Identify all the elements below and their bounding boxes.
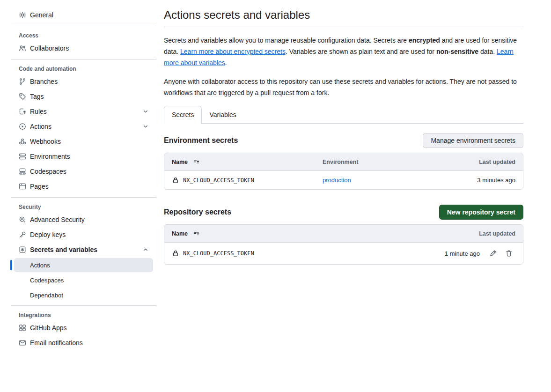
sidebar-item-github-apps[interactable]: GitHub Apps xyxy=(11,320,156,335)
last-updated-cell: 1 minute ago xyxy=(445,250,480,257)
column-header-label: Name xyxy=(172,159,188,165)
lock-icon xyxy=(172,177,179,184)
sidebar-item-pages[interactable]: Pages xyxy=(11,179,156,194)
sidebar-section-code-automation: Code and automation xyxy=(11,63,156,74)
sidebar-subitem-codespaces[interactable]: Codespaces xyxy=(14,273,153,287)
people-icon xyxy=(19,44,26,52)
pencil-icon xyxy=(489,250,497,257)
sidebar-item-codespaces[interactable]: Codespaces xyxy=(11,164,156,179)
intro-text: Secrets and variables allow you to manag… xyxy=(164,35,523,98)
edit-secret-button[interactable] xyxy=(486,247,500,259)
intro-paragraph-2: Anyone with collaborator access to this … xyxy=(164,76,523,98)
environment-secrets-table: Name Environment Last updated NX_CLOUD_A… xyxy=(164,153,523,190)
play-icon xyxy=(19,123,26,130)
repository-secrets-header-row: Repository secrets New repository secret xyxy=(164,205,523,220)
sidebar-subitem-actions[interactable]: Actions xyxy=(14,258,153,272)
sidebar-section-access: Access xyxy=(11,30,156,41)
lock-icon xyxy=(172,250,179,257)
environment-secrets-heading: Environment secrets xyxy=(164,136,238,145)
repository-secrets-heading: Repository secrets xyxy=(164,208,231,216)
secret-name: NX_CLOUD_ACCESS_TOKEN xyxy=(183,177,254,184)
mail-icon xyxy=(19,339,26,347)
sidebar-item-advanced-security[interactable]: Advanced Security xyxy=(11,212,156,227)
tag-icon xyxy=(19,93,26,100)
title-divider xyxy=(164,27,523,27)
sidebar-item-deploy-keys[interactable]: Deploy keys xyxy=(11,227,156,242)
sidebar-item-label: Advanced Security xyxy=(30,216,85,223)
sidebar-item-label: Webhooks xyxy=(30,138,61,145)
link-learn-more-encrypted-secrets[interactable]: Learn more about encrypted secrets xyxy=(180,48,286,55)
page-title: Actions secrets and variables xyxy=(164,7,523,23)
sidebar-subitem-label: Codespaces xyxy=(30,277,64,284)
environment-secrets-header-row: Environment secrets Manage environment s… xyxy=(164,133,523,148)
secrets-variables-tabs: Secrets Variables xyxy=(164,106,523,124)
last-updated-cell: 3 minutes ago xyxy=(477,177,515,184)
repository-secrets-table-header: Name Last updated xyxy=(164,225,523,242)
environment-secret-row: NX_CLOUD_ACCESS_TOKEN production 3 minut… xyxy=(164,170,523,189)
rules-icon xyxy=(19,108,26,115)
sidebar-item-webhooks[interactable]: Webhooks xyxy=(11,134,156,149)
sidebar-item-label: Email notifications xyxy=(30,339,83,347)
new-repository-secret-button[interactable]: New repository secret xyxy=(439,205,523,220)
secret-name-cell: NX_CLOUD_ACCESS_TOKEN xyxy=(172,177,323,184)
column-header-name[interactable]: Name xyxy=(172,230,479,237)
sidebar-item-label: Collaborators xyxy=(30,44,69,52)
delete-secret-button[interactable] xyxy=(502,247,515,259)
chevron-down-icon xyxy=(142,123,149,130)
sidebar-divider xyxy=(11,59,156,59)
main-content: Actions secrets and variables Secrets an… xyxy=(164,0,523,350)
sidebar-item-label: Actions xyxy=(30,123,51,130)
environment-secrets-table-header: Name Environment Last updated xyxy=(164,153,523,170)
column-header-last-updated: Last updated xyxy=(479,159,515,165)
sidebar-item-general[interactable]: General xyxy=(11,7,156,22)
sidebar-subitem-label: Dependabot xyxy=(30,292,63,299)
manage-environment-secrets-button[interactable]: Manage environment secrets xyxy=(423,133,523,148)
sidebar-item-environments[interactable]: Environments xyxy=(11,149,156,164)
tab-variables[interactable]: Variables xyxy=(202,106,243,123)
chevron-up-icon xyxy=(142,246,149,253)
chevron-down-icon xyxy=(142,108,149,115)
intro-text-segment: data. xyxy=(478,48,497,55)
sidebar-divider xyxy=(11,26,156,26)
sidebar-item-label: General xyxy=(30,11,53,19)
gear-icon xyxy=(19,11,26,19)
sidebar-item-branches[interactable]: Branches xyxy=(11,74,156,89)
column-header-label: Name xyxy=(172,230,188,237)
sidebar-item-label: Tags xyxy=(30,93,44,100)
sidebar-item-tags[interactable]: Tags xyxy=(11,89,156,104)
asterisk-box-icon xyxy=(19,246,26,253)
sidebar-item-label: Branches xyxy=(30,78,58,85)
secret-name-cell: NX_CLOUD_ACCESS_TOKEN xyxy=(172,250,445,257)
column-header-name[interactable]: Name xyxy=(172,159,323,165)
sidebar-item-label: GitHub Apps xyxy=(30,324,67,332)
sidebar-item-email-notifications[interactable]: Email notifications xyxy=(11,335,156,350)
sidebar-item-rules[interactable]: Rules xyxy=(11,104,156,119)
browser-icon xyxy=(19,183,26,190)
sort-ascending-icon xyxy=(193,159,200,165)
sidebar-divider xyxy=(11,197,156,198)
sidebar-subitem-label: Actions xyxy=(30,262,50,269)
sidebar-item-label: Environments xyxy=(30,153,70,160)
git-branch-icon xyxy=(19,78,26,85)
repository-secrets-table: Name Last updated NX_CLOUD_ACCESS_TOKEN … xyxy=(164,224,523,265)
sidebar-section-integrations: Integrations xyxy=(11,309,156,320)
sidebar-item-actions[interactable]: Actions xyxy=(11,119,156,134)
sidebar-item-secrets-and-variables[interactable]: Secrets and variables xyxy=(11,242,156,257)
server-icon xyxy=(19,153,26,160)
intro-paragraph-1: Secrets and variables allow you to manag… xyxy=(164,35,523,68)
environment-link-production[interactable]: production xyxy=(323,177,351,184)
sidebar-item-label: Deploy keys xyxy=(30,231,66,238)
sidebar-item-label: Rules xyxy=(30,108,47,115)
key-icon xyxy=(19,231,26,238)
sidebar-item-collaborators[interactable]: Collaborators xyxy=(11,41,156,56)
sidebar-section-security: Security xyxy=(11,201,156,212)
codescan-icon xyxy=(19,216,26,223)
intro-text-segment: . Variables are shown as plain text and … xyxy=(286,48,436,55)
environment-cell: production xyxy=(323,177,477,184)
sidebar-item-label: Pages xyxy=(30,183,49,190)
trash-icon xyxy=(505,250,513,257)
intro-text-segment: . xyxy=(225,59,227,67)
column-header-environment: Environment xyxy=(323,159,479,165)
tab-secrets[interactable]: Secrets xyxy=(164,106,202,124)
sidebar-subitem-dependabot[interactable]: Dependabot xyxy=(14,288,153,302)
